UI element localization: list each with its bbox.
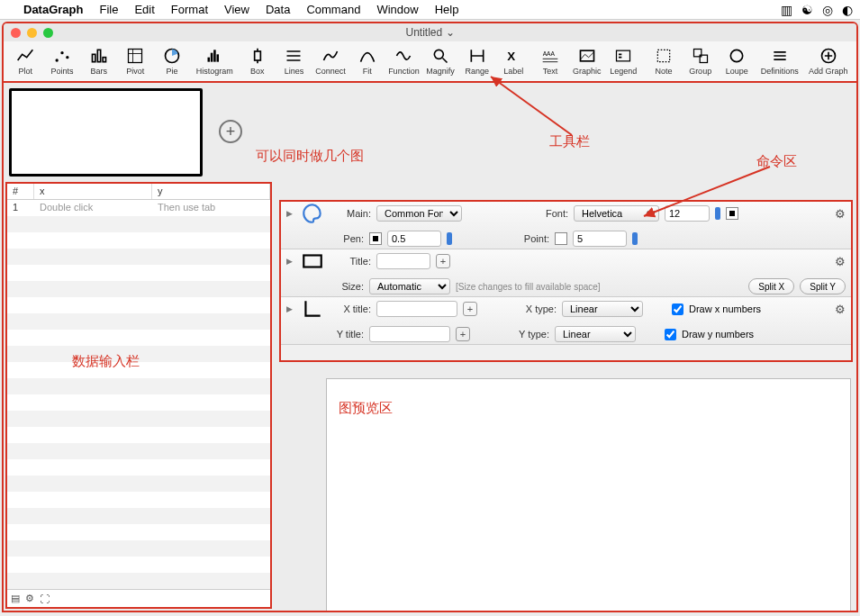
svg-rect-43 [303,256,321,267]
tool-pie[interactable]: Pie [156,47,189,76]
tool-range[interactable]: Range [460,47,493,76]
drawy-checkbox[interactable] [665,329,676,340]
svg-rect-11 [211,53,213,62]
pen-color-swatch[interactable] [369,232,382,245]
tool-group[interactable]: Group [683,47,717,76]
status-icon-4[interactable]: ◐ [842,3,853,17]
tool-histogram[interactable]: Histogram [192,47,237,76]
font-size-input[interactable] [665,205,710,222]
tool-box[interactable]: Box [240,47,274,76]
ytype-select[interactable]: Linear [555,326,636,342]
menu-view[interactable]: View [224,3,249,16]
footer-icon-expand[interactable]: ⛶ [40,593,50,604]
pen-input[interactable] [387,231,441,247]
app-name[interactable]: DataGraph [23,3,83,16]
main-select[interactable]: Common Font [376,205,462,222]
gear-icon[interactable]: ⚙︎ [835,303,846,316]
graph-preview [326,378,851,612]
annotation-command: 命令区 [756,153,797,170]
tool-pivot[interactable]: Pivot [119,47,152,76]
disclosure-icon[interactable]: ▶ [286,257,295,266]
gear-icon[interactable]: ⚙︎ [835,207,846,221]
xtype-select[interactable]: Linear [562,301,643,317]
window-title[interactable]: Untitled ⌄ [4,26,856,39]
tool-addgraph[interactable]: Add Graph [806,47,851,76]
tool-plot[interactable]: Plot [9,47,42,76]
splitx-button[interactable]: Split X [748,278,794,294]
add-xtitle-button[interactable]: + [463,302,477,316]
size-label: Size: [322,281,364,292]
tool-loupe[interactable]: Loupe [720,47,754,76]
status-icon-1[interactable]: ▥ [781,3,792,17]
add-title-button[interactable]: + [436,254,450,268]
svg-rect-33 [657,50,669,61]
disclosure-icon[interactable]: ▶ [286,209,295,218]
tool-text[interactable]: AAAText [534,47,567,76]
title-input[interactable] [376,253,430,269]
titlebar: Untitled ⌄ [4,23,856,41]
cmd-row-axes: ▶ X title: + X type: Linear Draw x numbe… [281,297,851,345]
disclosure-icon[interactable]: ▶ [286,304,295,313]
col-num[interactable]: # [7,184,34,199]
font-select[interactable]: Helvetica [574,205,659,222]
tool-magnify[interactable]: Magnify [424,47,457,76]
add-ytitle-button[interactable]: + [456,327,470,341]
main-label: Main: [330,208,371,219]
menu-format[interactable]: Format [171,3,208,16]
splity-button[interactable]: Split Y [800,278,846,294]
menu-edit[interactable]: Edit [134,3,154,16]
point-input[interactable] [573,231,627,247]
status-icon-3[interactable]: ◎ [822,3,833,17]
tool-points[interactable]: Points [46,47,79,76]
tool-definitions[interactable]: Definitions [757,47,802,76]
svg-rect-30 [617,50,630,61]
footer-icon-gear[interactable]: ⚙︎ [25,593,34,604]
menu-window[interactable]: Window [376,3,418,16]
tool-function[interactable]: Function [387,47,421,76]
gear-icon[interactable]: ⚙︎ [835,255,846,268]
svg-point-20 [434,50,443,59]
menu-file[interactable]: File [99,3,118,16]
tool-lines[interactable]: Lines [277,47,311,76]
svg-rect-3 [92,54,95,61]
tool-fit[interactable]: Fit [350,47,384,76]
data-table: # x y 1 Double click Then use tab ▤ ⚙︎ [5,182,272,609]
left-column: + # x y 1 Double click Then use tab [4,85,274,611]
font-color-swatch[interactable] [726,207,738,220]
palette-icon [301,204,324,223]
svg-rect-6 [129,50,142,63]
xtitle-input[interactable] [376,301,457,317]
point-style-swatch[interactable] [555,232,567,245]
tool-note[interactable]: Note [647,47,681,76]
col-x[interactable]: x [34,184,152,199]
graph-thumb-1[interactable] [9,88,203,177]
status-icon-2[interactable]: ☯ [801,3,813,17]
data-table-body[interactable]: 1 Double click Then use tab [7,200,270,589]
ytitle-input[interactable] [369,326,450,342]
footer-icon-1[interactable]: ▤ [11,593,20,604]
pen-slider[interactable] [447,232,452,245]
table-row: 1 Double click Then use tab [7,200,270,216]
add-graph-button[interactable]: + [219,120,242,143]
canvas-icon [301,251,324,271]
ytitle-label: Y title: [322,329,364,340]
font-slider[interactable] [715,207,720,220]
title-label: Title: [330,256,371,267]
size-select[interactable]: Automatic [369,278,450,294]
svg-rect-14 [254,51,260,60]
tool-label[interactable]: XLabel [497,47,530,76]
point-slider[interactable] [632,232,638,245]
menu-data[interactable]: Data [266,3,290,16]
tool-connect[interactable]: Connect [314,47,348,76]
axes-icon [301,299,324,319]
annotation-preview: 图预览区 [339,400,393,417]
drawx-checkbox[interactable] [672,303,683,315]
tool-bars[interactable]: Bars [82,47,115,76]
tool-legend[interactable]: Legend [607,47,640,76]
menu-help[interactable]: Help [435,3,459,16]
point-label: Point: [508,233,549,244]
drawy-label: Draw y numbers [682,329,754,340]
col-y[interactable]: y [152,184,270,199]
tool-graphic[interactable]: Graphic [570,47,603,76]
menu-command[interactable]: Command [306,3,360,16]
